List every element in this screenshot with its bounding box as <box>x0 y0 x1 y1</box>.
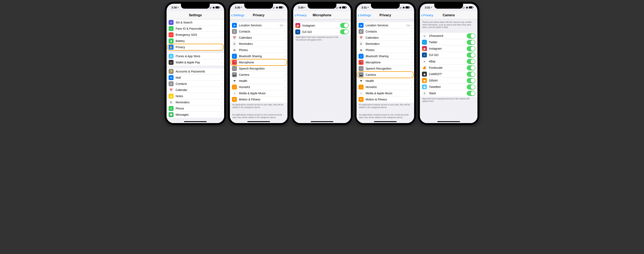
toggle-switch[interactable] <box>467 40 476 45</box>
cell-homekit[interactable]: ⌂HomeKit› <box>230 84 288 90</box>
toggle-switch[interactable] <box>467 91 476 96</box>
cell-speech[interactable]: 〰Speech Recognition› <box>356 66 414 72</box>
content[interactable]: ✦Siri & Search›☺Face ID & Passcode›SOSEm… <box>166 19 224 123</box>
settings-group: ◉InstagramdjiDJI GO <box>293 22 351 35</box>
cell-reminders2[interactable]: ☰Reminders› <box>356 41 414 47</box>
home-indicator[interactable] <box>184 121 207 122</box>
cell-motion[interactable]: ↻Motion & Fitness› <box>356 96 414 103</box>
toggle-switch[interactable] <box>467 59 476 64</box>
cell-speech[interactable]: 〰Speech Recognition› <box>230 66 288 72</box>
cell-carrot[interactable]: ◉CARROT⁵ <box>420 71 478 77</box>
cell-battery[interactable]: ▮Battery› <box>166 38 224 44</box>
cell-messages[interactable]: 💬Messages› <box>166 112 224 118</box>
cell-contacts[interactable]: ☰Contacts› <box>166 81 224 87</box>
cell-djigo2[interactable]: djiDJI GO <box>420 52 478 58</box>
home-indicator[interactable] <box>247 121 270 122</box>
cell-label: DJI GO <box>302 30 340 34</box>
cell-calendars2[interactable]: 📅Calendars› <box>356 35 414 41</box>
cell-instagram[interactable]: ◉Instagram <box>293 22 351 29</box>
toggle-switch[interactable] <box>467 46 476 51</box>
back-button[interactable]: ‹Settings <box>230 13 244 18</box>
toggle-switch[interactable] <box>467 78 476 83</box>
chevron-right-icon: › <box>411 36 412 40</box>
cell-notes[interactable]: ▤Notes› <box>166 93 224 99</box>
cell-slack[interactable]: SSlack <box>420 90 478 97</box>
content[interactable]: ◉InstagramdjiDJI GOApplications that hav… <box>293 19 351 123</box>
back-button[interactable]: ‹Privacy <box>420 13 433 18</box>
toggle-switch[interactable] <box>340 29 349 34</box>
back-button[interactable]: ‹Privacy <box>293 13 306 18</box>
cell-twitter[interactable]: 🐦Twitter <box>420 39 478 46</box>
cell-tweetbot[interactable]: ◉Tweetbot <box>420 84 478 90</box>
cell-media[interactable]: ♫Media & Apple Music› <box>230 90 288 96</box>
cell-calendar[interactable]: 📅Calendar› <box>166 87 224 93</box>
cell-bluetooth[interactable]: ᛒBluetooth Sharing› <box>230 53 288 59</box>
cell-reminders[interactable]: ☰Reminders› <box>166 99 224 105</box>
cell-health[interactable]: ❤Health› <box>356 78 414 84</box>
cell-itunes[interactable]: AiTunes & App Store› <box>166 53 224 59</box>
signal-icon <box>336 6 338 9</box>
cell-calendars2[interactable]: 📅Calendars› <box>230 35 288 41</box>
cell-reminders2[interactable]: ☰Reminders› <box>230 41 288 47</box>
cell-sos[interactable]: SOSEmergency SOS› <box>166 32 224 38</box>
camera-icon: 📷 <box>358 72 364 77</box>
content[interactable]: ➤Location ServicesOn›☰Contacts›📅Calendar… <box>356 19 414 123</box>
wifi-icon: ◉ <box>212 6 215 9</box>
back-button[interactable]: ‹Settings <box>356 13 371 18</box>
cell-location[interactable]: ➤Location ServicesOn› <box>230 22 288 29</box>
cell-health[interactable]: ❤Health› <box>230 78 288 84</box>
toggle-switch[interactable] <box>467 84 476 90</box>
cell-camera[interactable]: 📷Camera› <box>356 72 414 78</box>
toggle-switch[interactable] <box>467 72 476 77</box>
photos-icon: ✿ <box>358 48 364 53</box>
media-icon: ♫ <box>232 91 237 96</box>
cell-media[interactable]: ♫Media & Apple Music› <box>356 90 414 96</box>
home-indicator[interactable] <box>437 121 460 122</box>
wifi-icon: ◉ <box>466 6 468 9</box>
cell-gifsart[interactable]: ◼GifsArt <box>420 77 478 84</box>
chevron-right-icon: › <box>221 20 222 25</box>
cell-photos[interactable]: ✿Photos› <box>356 47 414 53</box>
cell-microphone[interactable]: 🎤Microphone› <box>356 59 414 66</box>
cell-ebay[interactable]: eeBay <box>420 58 478 65</box>
home-indicator[interactable] <box>311 121 333 122</box>
cell-mail[interactable]: ✉Mail› <box>166 75 224 81</box>
cell-accounts[interactable]: 🔑Accounts & Passwords› <box>166 68 224 75</box>
chevron-right-icon: › <box>221 88 222 92</box>
cell-contacts2[interactable]: ☰Contacts› <box>230 29 288 35</box>
microphone-icon: 🎤 <box>232 60 237 65</box>
cell-label: Media & Apple Music <box>239 92 284 95</box>
cell-phone[interactable]: ✆Phone› <box>166 105 224 112</box>
cell-djigo[interactable]: djiDJI GO <box>293 29 351 35</box>
cell-wallet[interactable]: ▭Wallet & Apple Pay› <box>166 59 224 66</box>
cell-homekit[interactable]: ⌂HomeKit› <box>356 84 414 90</box>
toggle-switch[interactable] <box>340 23 349 28</box>
content[interactable]: Photos and videos taken with the camera … <box>420 19 478 123</box>
cell-photos[interactable]: ✿Photos› <box>230 47 288 53</box>
djigo-icon: dji <box>295 30 300 34</box>
cell-fooducate[interactable]: 🍊Fooducate <box>420 65 478 71</box>
status-time: 3:31↗ <box>362 6 369 9</box>
cell-label: Instagram <box>429 47 467 50</box>
instagram-icon: ◉ <box>295 23 300 28</box>
cell-location[interactable]: ➤Location ServicesOn› <box>356 22 414 29</box>
cell-instagram2[interactable]: ◉Instagram <box>420 46 478 52</box>
phone-icon: ✆ <box>168 106 174 111</box>
cell-motion[interactable]: ↻Motion & Fitness› <box>230 96 288 103</box>
cell-contacts2[interactable]: ☰Contacts› <box>356 29 414 35</box>
home-indicator[interactable] <box>374 121 397 122</box>
cell-label: Media & Apple Music <box>366 92 411 95</box>
back-label: Settings <box>360 13 371 17</box>
cell-privacy[interactable]: ✋Privacy› <box>166 44 224 50</box>
toggle-switch[interactable] <box>467 33 476 39</box>
cell-1password[interactable]: ⊙1Password <box>420 33 478 39</box>
toggle-switch[interactable] <box>467 65 476 70</box>
cell-siri[interactable]: ✦Siri & Search› <box>166 19 224 26</box>
cell-camera[interactable]: 📷Camera› <box>230 72 288 78</box>
toggle-switch[interactable] <box>467 53 476 58</box>
cell-microphone[interactable]: 🎤Microphone› <box>230 59 288 66</box>
cell-faceid[interactable]: ☺Face ID & Passcode› <box>166 26 224 32</box>
cell-label: Face ID & Passcode <box>176 27 221 30</box>
cell-bluetooth[interactable]: ᛒBluetooth Sharing› <box>356 53 414 59</box>
content[interactable]: ➤Location ServicesOn›☰Contacts›📅Calendar… <box>230 19 288 123</box>
